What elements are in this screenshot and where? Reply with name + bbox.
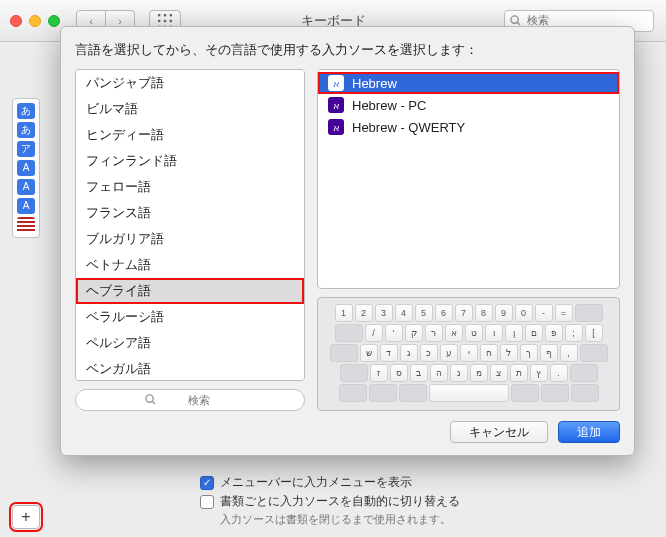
svg-rect-4 (164, 19, 166, 21)
keyboard-key: א (445, 324, 463, 342)
keyboard-key: י (460, 344, 478, 362)
language-item[interactable]: ヒンディー語 (76, 122, 304, 148)
per-doc-hint: 入力ソースは書類を閉じるまで使用されます。 (220, 512, 646, 527)
language-item[interactable]: フランス語 (76, 200, 304, 226)
source-label: Hebrew - PC (352, 98, 426, 113)
language-item[interactable]: フィンランド語 (76, 148, 304, 174)
language-search-input[interactable] (75, 389, 305, 411)
hebrew-icon: א (328, 97, 344, 113)
keyboard-key: 9 (495, 304, 513, 322)
add-source-sheet: 言語を選択してから、その言語で使用する入力ソースを選択します： パンジャブ語ビル… (60, 26, 635, 456)
language-item[interactable]: ペルシア語 (76, 330, 304, 356)
add-button[interactable]: 追加 (558, 421, 620, 443)
cancel-button[interactable]: キャンセル (450, 421, 548, 443)
keyboard-key: ת (510, 364, 528, 382)
keyboard-key: ש (360, 344, 378, 362)
keyboard-key: 1 (335, 304, 353, 322)
source-badge: A (17, 179, 35, 195)
menu-bar-label: メニューバーに入力メニューを表示 (220, 474, 412, 491)
source-list[interactable]: אHebrewאHebrew - PCאHebrew - QWERTY (317, 69, 620, 289)
language-item[interactable]: フェロー語 (76, 174, 304, 200)
svg-line-10 (517, 22, 520, 25)
keyboard-key: כ (420, 344, 438, 362)
source-item[interactable]: אHebrew - QWERTY (318, 116, 619, 138)
keyboard-key: ד (380, 344, 398, 362)
language-item[interactable]: ベトナム語 (76, 252, 304, 278)
sheet-prompt: 言語を選択してから、その言語で使用する入力ソースを選択します： (75, 41, 620, 59)
svg-point-9 (511, 16, 518, 23)
keyboard-key: . (550, 364, 568, 382)
svg-point-11 (146, 395, 153, 402)
keyboard-key: ן (505, 324, 523, 342)
language-item[interactable]: ベラルーシ語 (76, 304, 304, 330)
source-label: Hebrew (352, 76, 397, 91)
keyboard-key: ו (485, 324, 503, 342)
add-source-button[interactable]: + (12, 505, 40, 529)
hebrew-icon: א (328, 75, 344, 91)
search-icon (510, 15, 521, 26)
svg-rect-1 (164, 14, 166, 16)
svg-rect-0 (158, 14, 160, 16)
keyboard-key: מ (470, 364, 488, 382)
per-doc-checkbox[interactable] (200, 495, 214, 509)
keyboard-key: ב (410, 364, 428, 382)
source-item[interactable]: אHebrew (318, 72, 619, 94)
keyboard-key: ט (465, 324, 483, 342)
keyboard-key: ' (385, 324, 403, 342)
language-list[interactable]: パンジャブ語ビルマ語ヒンディー語フィンランド語フェロー語フランス語ブルガリア語ベ… (75, 69, 305, 381)
bottom-options: ✓ メニューバーに入力メニューを表示 書類ごとに入力ソースを自動的に切り替える … (200, 474, 646, 527)
keyboard-key: 2 (355, 304, 373, 322)
source-badge: ア (17, 141, 35, 157)
language-search (75, 389, 305, 411)
source-item[interactable]: אHebrew - PC (318, 94, 619, 116)
keyboard-key: ה (430, 364, 448, 382)
keyboard-key: ק (405, 324, 423, 342)
keyboard-key: צ (490, 364, 508, 382)
source-badge: A (17, 160, 35, 176)
keyboard-key: ם (525, 324, 543, 342)
keyboard-key: ח (480, 344, 498, 362)
us-flag-icon (17, 217, 35, 233)
hebrew-icon: א (328, 119, 344, 135)
keyboard-key: 8 (475, 304, 493, 322)
keyboard-key: ר (425, 324, 443, 342)
language-item[interactable]: パンジャブ語 (76, 70, 304, 96)
keyboard-key: ס (390, 364, 408, 382)
svg-line-12 (152, 401, 155, 404)
language-item[interactable]: ブルガリア語 (76, 226, 304, 252)
zoom-icon[interactable] (48, 15, 60, 27)
language-item[interactable]: ヘブライ語 (76, 278, 304, 304)
keyboard-key: 7 (455, 304, 473, 322)
language-item[interactable]: ビルマ語 (76, 96, 304, 122)
keyboard-key: = (555, 304, 573, 322)
per-doc-label: 書類ごとに入力ソースを自動的に切り替える (220, 493, 460, 510)
keyboard-key: ע (440, 344, 458, 362)
close-icon[interactable] (10, 15, 22, 27)
keyboard-key: פ (545, 324, 563, 342)
keyboard-key: נ (450, 364, 468, 382)
language-item[interactable]: ベンガル語 (76, 356, 304, 381)
keyboard-key: / (365, 324, 383, 342)
menu-bar-checkbox[interactable]: ✓ (200, 476, 214, 490)
input-sources-sidebar: あ あ ア A A A (12, 98, 40, 238)
keyboard-key: 5 (415, 304, 433, 322)
minimize-icon[interactable] (29, 15, 41, 27)
keyboard-key: - (535, 304, 553, 322)
keyboard-key: 6 (435, 304, 453, 322)
svg-rect-5 (170, 19, 172, 21)
keyboard-key: ג (400, 344, 418, 362)
source-label: Hebrew - QWERTY (352, 120, 465, 135)
keyboard-key: ך (520, 344, 538, 362)
keyboard-key: [ (585, 324, 603, 342)
keyboard-key: 4 (395, 304, 413, 322)
traffic-lights (10, 15, 60, 27)
sheet-buttons: キャンセル 追加 (75, 421, 620, 443)
svg-rect-3 (158, 19, 160, 21)
search-icon (145, 394, 156, 405)
keyboard-key: ל (500, 344, 518, 362)
keyboard-key: ף (540, 344, 558, 362)
keyboard-key: ץ (530, 364, 548, 382)
keyboard-key: 3 (375, 304, 393, 322)
source-badge: あ (17, 122, 35, 138)
svg-rect-2 (170, 14, 172, 16)
